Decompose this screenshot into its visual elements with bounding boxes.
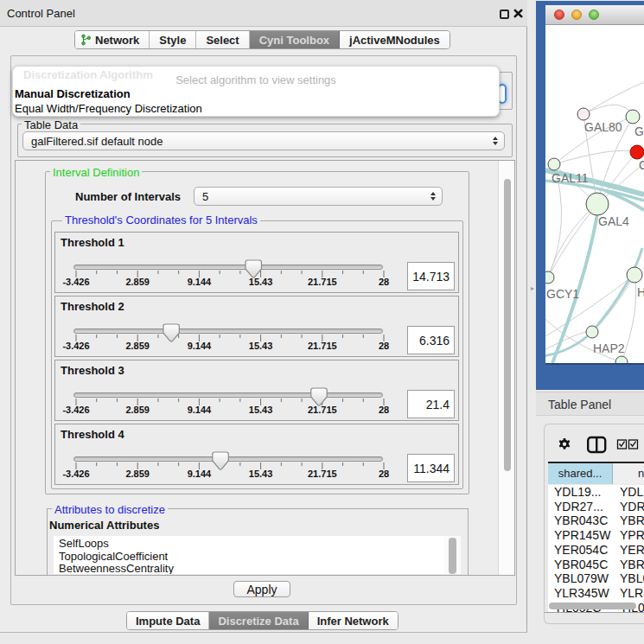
svg-text:GAL11: GAL11 [552, 171, 589, 185]
svg-text:GCY1: GCY1 [546, 287, 579, 301]
svg-text:GAL4: GAL4 [598, 214, 629, 228]
svg-text:H: H [637, 285, 644, 299]
svg-text:G.: G. [634, 124, 644, 138]
svg-text:C: C [639, 158, 644, 172]
svg-text:GAL80: GAL80 [584, 120, 622, 134]
svg-text:HAP2: HAP2 [593, 341, 625, 355]
